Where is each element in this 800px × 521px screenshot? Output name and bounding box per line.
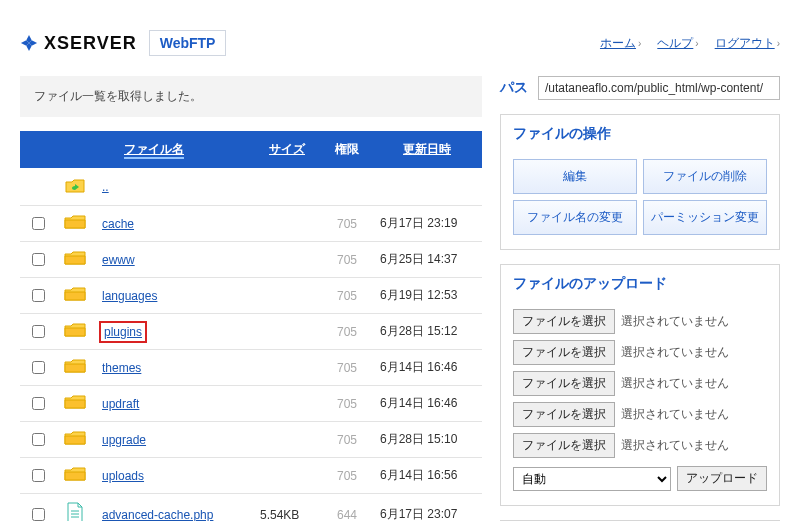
upload-slot: ファイルを選択選択されていません <box>513 309 767 334</box>
link-home[interactable]: ホーム <box>600 36 636 50</box>
brand-logo: XSERVER <box>20 33 137 54</box>
file-table: ファイル名 サイズ 権限 更新日時 .. <box>20 131 482 521</box>
col-header-size[interactable]: サイズ <box>269 142 305 156</box>
table-row: updraft7056月14日 16:46 <box>20 386 482 422</box>
file-size <box>252 350 322 386</box>
folder-icon <box>64 327 86 341</box>
file-size <box>252 314 322 350</box>
chevron-right-icon: › <box>695 38 698 49</box>
file-ops-title: ファイルの操作 <box>513 125 767 149</box>
table-row: plugins7056月28日 15:12 <box>20 314 482 350</box>
col-header-name[interactable]: ファイル名 <box>124 142 184 159</box>
no-file-label: 選択されていません <box>621 313 729 330</box>
browse-button[interactable]: ファイルを選択 <box>513 340 615 365</box>
upload-slot: ファイルを選択選択されていません <box>513 402 767 427</box>
file-icon <box>66 513 84 521</box>
file-size <box>252 242 322 278</box>
browse-button[interactable]: ファイルを選択 <box>513 433 615 458</box>
row-checkbox[interactable] <box>32 325 45 338</box>
file-perm: 705 <box>322 422 372 458</box>
table-row: themes7056月14日 16:46 <box>20 350 482 386</box>
file-name-link[interactable]: languages <box>102 289 157 303</box>
file-size <box>252 206 322 242</box>
no-file-label: 選択されていません <box>621 406 729 423</box>
file-name-link[interactable]: themes <box>102 361 141 375</box>
upload-panel: ファイルのアップロード ファイルを選択選択されていませんファイルを選択選択されて… <box>500 264 780 506</box>
row-checkbox[interactable] <box>32 217 45 230</box>
parent-row: .. <box>20 168 482 206</box>
upload-title: ファイルのアップロード <box>513 275 767 299</box>
browse-button[interactable]: ファイルを選択 <box>513 309 615 334</box>
file-name-link[interactable]: upgrade <box>102 433 146 447</box>
row-checkbox[interactable] <box>32 397 45 410</box>
table-row: languages7056月19日 12:53 <box>20 278 482 314</box>
table-row: advanced-cache.php5.54KB6446月17日 23:07 <box>20 494 482 522</box>
edit-button[interactable]: 編集 <box>513 159 637 194</box>
file-date: 6月25日 14:37 <box>372 242 482 278</box>
file-size <box>252 386 322 422</box>
file-name-link[interactable]: updraft <box>102 397 139 411</box>
chmod-button[interactable]: パーミッション変更 <box>643 200 767 235</box>
file-date: 6月14日 16:56 <box>372 458 482 494</box>
link-logout[interactable]: ログアウト <box>715 36 775 50</box>
parent-link[interactable]: .. <box>102 180 109 194</box>
folder-icon <box>64 399 86 413</box>
file-size: 5.54KB <box>252 494 322 522</box>
encoding-select[interactable]: 自動 <box>513 467 671 491</box>
notice-message: ファイル一覧を取得しました。 <box>20 76 482 117</box>
row-checkbox[interactable] <box>32 253 45 266</box>
folder-icon <box>64 363 86 377</box>
chevron-right-icon: › <box>777 38 780 49</box>
file-perm: 705 <box>322 458 372 494</box>
file-date: 6月17日 23:07 <box>372 494 482 522</box>
row-checkbox[interactable] <box>32 469 45 482</box>
chevron-right-icon: › <box>638 38 641 49</box>
logo-mark-icon <box>20 34 38 52</box>
upload-button[interactable]: アップロード <box>677 466 767 491</box>
file-ops-panel: ファイルの操作 編集 ファイルの削除 ファイル名の変更 パーミッション変更 <box>500 114 780 250</box>
file-size <box>252 278 322 314</box>
row-checkbox[interactable] <box>32 508 45 521</box>
file-date: 6月14日 16:46 <box>372 350 482 386</box>
file-name-link[interactable]: uploads <box>102 469 144 483</box>
path-input[interactable] <box>538 76 780 100</box>
file-date: 6月28日 15:10 <box>372 422 482 458</box>
folder-icon <box>64 219 86 233</box>
upload-slot: ファイルを選択選択されていません <box>513 340 767 365</box>
file-perm: 644 <box>322 494 372 522</box>
file-date: 6月28日 15:12 <box>372 314 482 350</box>
file-size <box>252 458 322 494</box>
table-row: upgrade7056月28日 15:10 <box>20 422 482 458</box>
parent-folder-icon <box>64 176 86 194</box>
file-name-link[interactable]: cache <box>102 217 134 231</box>
upload-slot: ファイルを選択選択されていません <box>513 371 767 396</box>
header-links: ホーム› ヘルプ› ログアウト› <box>600 35 780 52</box>
table-row: cache7056月17日 23:19 <box>20 206 482 242</box>
file-perm: 705 <box>322 386 372 422</box>
row-checkbox[interactable] <box>32 289 45 302</box>
file-name-link[interactable]: plugins <box>102 324 144 340</box>
no-file-label: 選択されていません <box>621 437 729 454</box>
browse-button[interactable]: ファイルを選択 <box>513 402 615 427</box>
product-name: WebFTP <box>149 30 227 56</box>
file-perm: 705 <box>322 206 372 242</box>
file-date: 6月17日 23:19 <box>372 206 482 242</box>
col-header-date[interactable]: 更新日時 <box>403 142 451 156</box>
link-help[interactable]: ヘルプ <box>657 36 693 50</box>
file-perm: 705 <box>322 278 372 314</box>
delete-button[interactable]: ファイルの削除 <box>643 159 767 194</box>
file-name-link[interactable]: advanced-cache.php <box>102 508 213 522</box>
folder-icon <box>64 435 86 449</box>
upload-slot: ファイルを選択選択されていません <box>513 433 767 458</box>
row-checkbox[interactable] <box>32 433 45 446</box>
col-header-perm: 権限 <box>335 142 359 156</box>
folder-icon <box>64 291 86 305</box>
browse-button[interactable]: ファイルを選択 <box>513 371 615 396</box>
table-row: uploads7056月14日 16:56 <box>20 458 482 494</box>
file-size <box>252 422 322 458</box>
row-checkbox[interactable] <box>32 361 45 374</box>
folder-icon <box>64 471 86 485</box>
rename-button[interactable]: ファイル名の変更 <box>513 200 637 235</box>
file-name-link[interactable]: ewww <box>102 253 135 267</box>
path-label: パス <box>500 79 528 97</box>
